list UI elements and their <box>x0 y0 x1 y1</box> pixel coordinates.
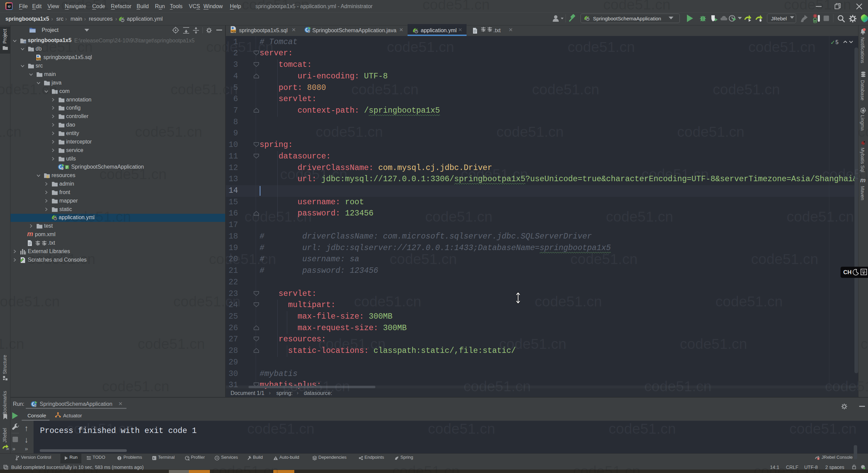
svg-text:SQL: SQL <box>231 30 237 33</box>
svg-text:SQL: SQL <box>37 58 41 60</box>
svg-text:JR: JR <box>6 448 9 450</box>
